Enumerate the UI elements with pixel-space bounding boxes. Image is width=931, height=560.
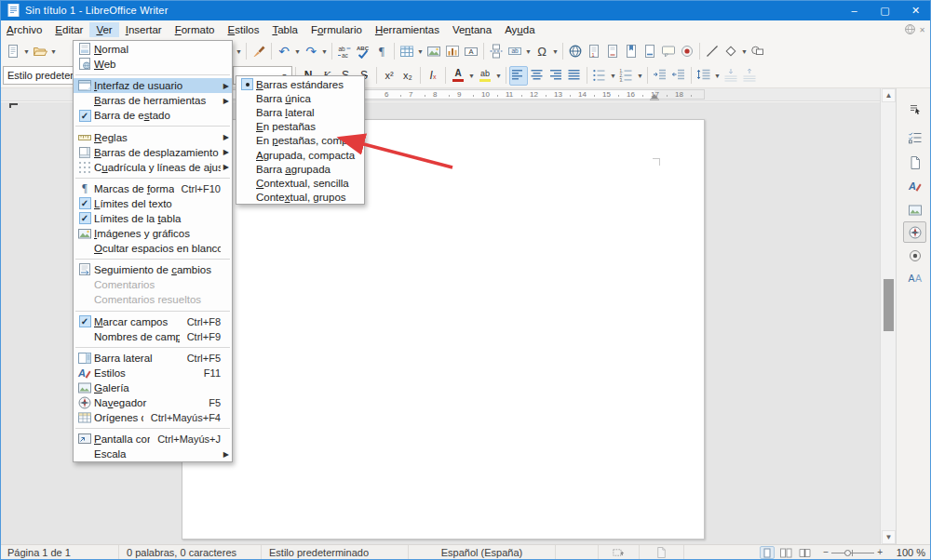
menu-item-marcas-de-formato[interactable]: ¶Marcas de formatoCtrl+F10 xyxy=(74,181,232,196)
dropdown-arrow-icon[interactable]: ▼ xyxy=(494,73,503,79)
menu-item-barras-de-desplazamiento[interactable]: Barras de desplazamiento▶ xyxy=(74,145,232,160)
menu-item-interfaz-de-usuario[interactable]: Interfaz de usuario▶ xyxy=(74,78,232,93)
dropdown-arrow-icon[interactable]: ▼ xyxy=(524,48,533,55)
menu-item-estilos[interactable]: AEstilosF11 xyxy=(74,366,232,380)
menubar-item-formato[interactable]: Formato xyxy=(169,22,222,37)
zoom-slider-handle[interactable] xyxy=(844,550,851,556)
align-right-icon[interactable] xyxy=(546,66,565,86)
submenu-item-barras-estandares[interactable]: Barras estándares xyxy=(236,77,364,91)
indent-increase-icon[interactable] xyxy=(651,66,669,86)
maximize-button[interactable]: ▢ xyxy=(870,0,900,20)
status-word-count[interactable]: 0 palabras, 0 caracteres xyxy=(119,545,262,560)
insert-cross-reference-icon[interactable] xyxy=(641,42,659,61)
insert-field-icon[interactable]: ab xyxy=(506,42,524,61)
insert-bookmark-icon[interactable] xyxy=(622,42,641,61)
zoom-in-icon[interactable]: + xyxy=(877,548,883,557)
minimize-button[interactable]: – xyxy=(839,0,870,20)
sidebar-tab-manage-changes[interactable] xyxy=(903,245,926,266)
menu-item-limites-del-texto[interactable]: ✓Límites del texto xyxy=(74,196,232,211)
dropdown-arrow-icon[interactable]: ▼ xyxy=(636,73,644,79)
menu-item-navegador[interactable]: NavegadorF5 xyxy=(74,395,232,410)
indent-decrease-icon[interactable] xyxy=(669,66,688,86)
dropdown-arrow-icon[interactable]: ▼ xyxy=(467,73,476,79)
menu-item-escala[interactable]: Escala▶ xyxy=(74,447,232,461)
menubar-item-estilos[interactable]: Estilos xyxy=(222,22,266,37)
scroll-down-arrow[interactable]: ▼ xyxy=(882,530,896,544)
sidebar-tab-style-inspector[interactable]: AA xyxy=(903,266,926,287)
highlight-color-icon[interactable]: ab xyxy=(476,66,494,86)
insert-image-icon[interactable] xyxy=(425,42,443,61)
insert-comment-icon[interactable] xyxy=(659,42,678,61)
menubar-item-archivo[interactable]: Archivo xyxy=(0,22,48,37)
menubar-item-insertar[interactable]: Insertar xyxy=(119,22,169,37)
font-color-icon[interactable]: A xyxy=(449,66,467,86)
submenu-item-barra-agrupada[interactable]: Barra agrupada xyxy=(236,162,364,176)
menu-item-seguimiento-de-cambios[interactable]: Seguimiento de cambios xyxy=(74,262,232,277)
menu-item-normal[interactable]: Normal xyxy=(74,42,232,57)
menu-item-galeria[interactable]: Galería xyxy=(74,380,232,395)
submenu-item-barra-lateral[interactable]: Barra lateral xyxy=(236,105,364,119)
vertical-scrollbar[interactable]: ▲ ▼ xyxy=(880,88,896,544)
ruler-margin-marker[interactable] xyxy=(650,99,659,100)
status-selection-mode-icon[interactable] xyxy=(599,545,640,560)
sidebar-tab-styles[interactable]: A xyxy=(903,175,926,196)
dropdown-arrow-icon[interactable]: ▼ xyxy=(713,73,722,79)
formatting-marks-icon[interactable]: ¶ xyxy=(372,42,391,61)
sidebar-tab-navigator[interactable] xyxy=(903,221,926,243)
menu-item-limites-de-la-tabla[interactable]: ✓Límites de la tabla xyxy=(74,211,232,226)
menu-item-cuadricula-y-lineas-de-ajuste[interactable]: Cuadrícula y líneas de ajuste▶ xyxy=(74,160,232,175)
menu-item-imagenes-y-graficos[interactable]: Imágenes y gráficos xyxy=(74,226,232,241)
sidebar-tab-gallery[interactable] xyxy=(903,199,926,220)
sidebar-tab-sidebar-settings[interactable] xyxy=(903,98,926,119)
menu-item-nombres-de-campo[interactable]: Nombres de campoCtrl+F9 xyxy=(74,329,232,344)
clone-formatting-icon[interactable] xyxy=(250,42,268,61)
bullet-list-icon[interactable] xyxy=(590,66,609,86)
menubar-item-editar[interactable]: Editar xyxy=(48,22,89,37)
line-spacing-icon[interactable] xyxy=(695,66,713,86)
spelling-icon[interactable]: ABC xyxy=(354,42,372,61)
zoom-level[interactable]: 100 % xyxy=(892,547,925,558)
menubar-item-ver[interactable]: Ver xyxy=(89,22,118,37)
insert-textbox-icon[interactable]: A xyxy=(462,42,480,61)
submenu-item-agrupada-compacta[interactable]: Agrupada, compacta xyxy=(236,148,364,162)
zoom-out-icon[interactable]: − xyxy=(823,548,829,557)
submenu-item-contextual-grupos[interactable]: Contextual, grupos xyxy=(236,191,364,205)
submenu-item-en-pestanas[interactable]: En pestañas xyxy=(236,120,364,134)
menubar-item-formulario[interactable]: Formulario xyxy=(304,22,369,37)
superscript-icon[interactable]: x² xyxy=(380,66,398,86)
scrollbar-thumb[interactable] xyxy=(884,279,894,331)
dropdown-arrow-icon[interactable]: ▼ xyxy=(235,48,243,55)
dropdown-arrow-icon[interactable]: ▼ xyxy=(740,48,749,55)
scroll-up-arrow[interactable]: ▲ xyxy=(882,88,896,102)
status-document-modified-icon[interactable] xyxy=(640,545,684,560)
view-single-page-icon[interactable] xyxy=(760,546,775,559)
submenu-item-en-pestanas-compacta[interactable]: En pestañas, compacta xyxy=(236,134,364,148)
insert-chart-icon[interactable] xyxy=(443,42,462,61)
menu-item-ocultar-espacios-en-blanco[interactable]: Ocultar espacios en blanco xyxy=(74,241,232,256)
status-page-count[interactable]: Página 1 de 1 xyxy=(0,545,119,560)
status-language[interactable]: Español (España) xyxy=(409,545,556,560)
view-multiple-pages-icon[interactable] xyxy=(778,546,793,559)
insert-line-icon[interactable] xyxy=(703,42,722,61)
subscript-icon[interactable]: x₂ xyxy=(398,66,417,86)
insert-footnote-icon[interactable]: 1 xyxy=(585,42,603,61)
undo-icon[interactable]: ↶ xyxy=(275,42,293,61)
close-button[interactable]: ✕ xyxy=(900,0,931,20)
align-justify-icon[interactable] xyxy=(565,66,584,86)
sidebar-tab-page[interactable] xyxy=(903,152,926,173)
dropdown-arrow-icon[interactable]: ▼ xyxy=(320,48,329,55)
menubar-item-herramientas[interactable]: Herramientas xyxy=(369,22,446,37)
menubar-item-ayuda[interactable]: Ayuda xyxy=(498,22,541,37)
menu-item-web[interactable]: Web xyxy=(74,57,232,72)
status-page-style[interactable]: Estilo predeterminado xyxy=(262,545,409,560)
sidebar-tab-properties[interactable] xyxy=(903,127,926,148)
open-folder-icon[interactable] xyxy=(31,42,49,61)
menu-item-barra-de-estado[interactable]: ✓Barra de estado xyxy=(74,108,232,123)
menu-item-barras-de-herramientas[interactable]: Barras de herramientas▶ xyxy=(74,93,232,108)
insert-hyperlink-icon[interactable] xyxy=(566,42,585,61)
align-left-icon[interactable] xyxy=(509,66,528,86)
menu-item-barra-lateral[interactable]: Barra lateralCtrl+F5 xyxy=(74,351,232,366)
dropdown-arrow-icon[interactable]: ▼ xyxy=(49,48,58,55)
submenu-item-barra-unica[interactable]: Barra única xyxy=(236,91,364,105)
view-book-icon[interactable] xyxy=(797,546,812,559)
